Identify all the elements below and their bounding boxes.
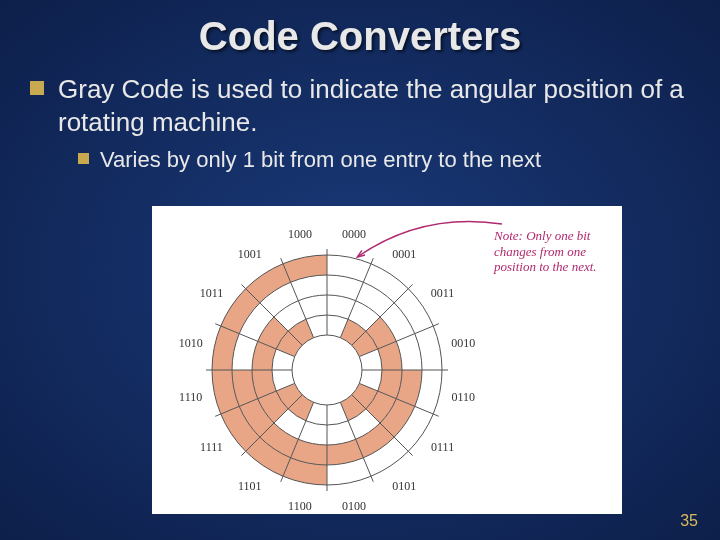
svg-line-18 xyxy=(408,451,412,455)
svg-line-8 xyxy=(371,258,373,264)
bullet-icon xyxy=(78,153,89,164)
svg-line-36 xyxy=(281,258,283,264)
gray-code-label: 0010 xyxy=(451,336,475,350)
svg-line-24 xyxy=(281,476,283,482)
gray-code-label: 1001 xyxy=(238,247,262,261)
svg-line-20 xyxy=(371,476,373,482)
bullet-sub: Varies by only 1 bit from one entry to t… xyxy=(0,142,720,178)
page-number: 35 xyxy=(680,512,698,530)
svg-line-16 xyxy=(433,414,439,416)
svg-line-12 xyxy=(433,324,439,326)
bullet-main: Gray Code is used to indicate the angula… xyxy=(0,69,720,142)
gray-code-label: 0011 xyxy=(431,286,455,300)
figure-note: Note: Only one bit changes from one posi… xyxy=(494,228,614,275)
bullet-main-text: Gray Code is used to indicate the angula… xyxy=(58,73,690,138)
svg-line-34 xyxy=(241,284,245,288)
gray-code-label: 0100 xyxy=(342,499,366,513)
gray-code-label: 0000 xyxy=(342,227,366,241)
gray-code-label: 1111 xyxy=(200,440,223,454)
gray-code-label: 0001 xyxy=(392,247,416,261)
svg-line-26 xyxy=(241,451,245,455)
gray-code-label: 0101 xyxy=(392,479,416,493)
gray-code-label: 1110 xyxy=(179,390,202,404)
slide-title: Code Converters xyxy=(0,0,720,69)
svg-line-32 xyxy=(215,324,221,326)
gray-code-figure: 0000000100110010011001110101010011001101… xyxy=(152,206,622,514)
gray-code-label: 1011 xyxy=(200,286,224,300)
bullet-sub-text: Varies by only 1 bit from one entry to t… xyxy=(100,146,541,174)
gray-code-label: 1010 xyxy=(179,336,203,350)
gray-code-label: 0110 xyxy=(452,390,476,404)
gray-code-label: 0111 xyxy=(431,440,454,454)
gray-code-label: 1100 xyxy=(288,499,312,513)
bullet-icon xyxy=(30,81,44,95)
svg-point-4 xyxy=(292,335,362,405)
svg-line-28 xyxy=(215,414,221,416)
gray-code-label: 1000 xyxy=(288,227,312,241)
svg-line-10 xyxy=(408,284,412,288)
gray-code-label: 1101 xyxy=(238,479,262,493)
